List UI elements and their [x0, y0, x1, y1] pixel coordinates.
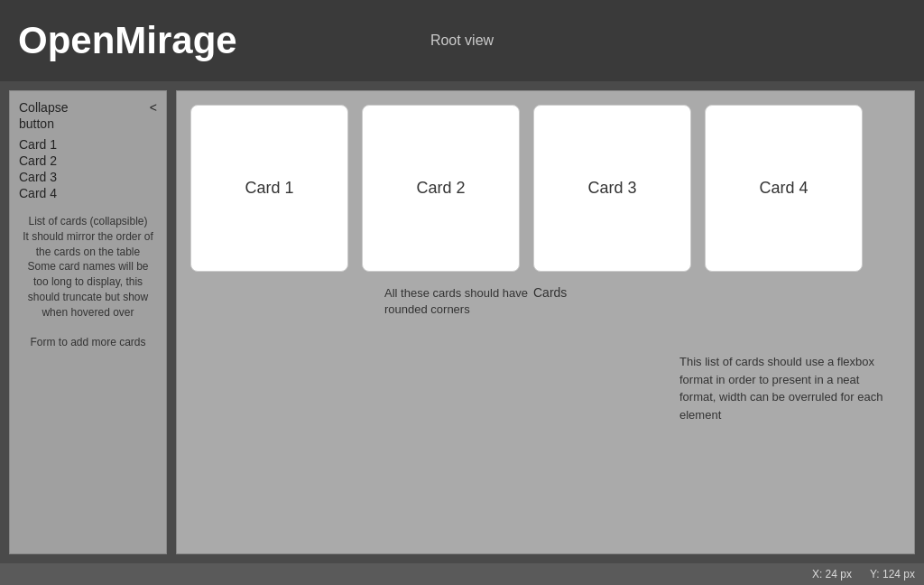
y-coordinate: Y: 124 px	[870, 568, 915, 580]
annotation-cards-label: Cards	[533, 285, 567, 300]
annotation-rounded-corners: All these cards should have rounded corn…	[384, 285, 529, 318]
sidebar-description: List of cards (collapsible) It should mi…	[19, 214, 157, 320]
sidebar: Collapse < button Card 1Card 2Card 3Card…	[9, 90, 167, 554]
sidebar-card-item[interactable]: Card 3	[19, 169, 157, 185]
cards-row: Card 1Card 2Card 3Card 4	[190, 105, 901, 272]
card[interactable]: Card 1	[190, 105, 348, 272]
header: OpenMirage Root view	[0, 0, 924, 81]
sidebar-card-item[interactable]: Card 2	[19, 153, 157, 169]
collapse-arrow-icon[interactable]: <	[150, 100, 157, 115]
card[interactable]: Card 2	[362, 105, 520, 272]
sidebar-card-item[interactable]: Card 4	[19, 185, 157, 201]
collapse-label[interactable]: Collapse	[19, 100, 68, 115]
statusbar: X: 24 px Y: 124 px	[0, 563, 924, 585]
x-coordinate: X: 24 px	[812, 568, 852, 580]
annotation-flexbox: This list of cards should use a flexbox …	[679, 353, 887, 423]
sidebar-button[interactable]: button	[19, 116, 157, 131]
root-view-label: Root view	[430, 32, 494, 49]
app-title: OpenMirage	[18, 19, 237, 62]
sidebar-card-item[interactable]: Card 1	[19, 136, 157, 153]
sidebar-card-list: Card 1Card 2Card 3Card 4	[19, 136, 157, 201]
card[interactable]: Card 3	[533, 105, 691, 272]
sidebar-form-note: Form to add more cards	[19, 335, 157, 350]
card[interactable]: Card 4	[705, 105, 863, 272]
content-area: Card 1Card 2Card 3Card 4 All these cards…	[176, 90, 915, 554]
collapse-row: Collapse <	[19, 100, 157, 115]
main-area: Collapse < button Card 1Card 2Card 3Card…	[0, 81, 924, 563]
